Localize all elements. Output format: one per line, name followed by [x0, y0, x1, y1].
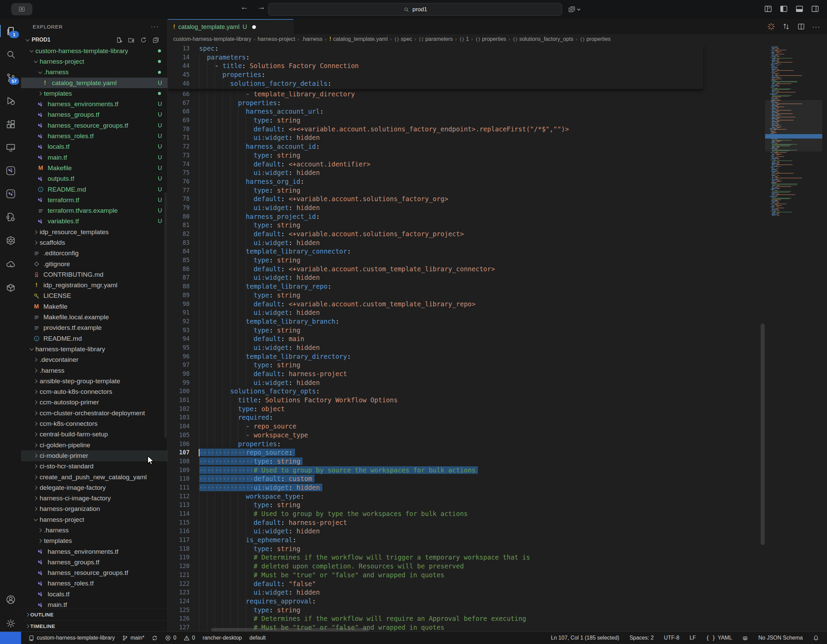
file-locals.tf[interactable]: locals.tf — [21, 589, 167, 599]
status-encoding[interactable]: UTF-8 — [664, 635, 679, 641]
folder-.harness[interactable]: .harness — [21, 67, 167, 78]
code-line-118[interactable]: 118 type: string — [168, 545, 703, 553]
status-indentation[interactable]: Spaces: 2 — [630, 635, 654, 641]
code-line-13[interactable]: 13spec: — [168, 44, 703, 53]
activitybar-makefile-tools[interactable] — [0, 209, 21, 225]
status-cursor-position[interactable]: Ln 107, Col 1 (185 selected) — [551, 635, 619, 641]
file-.gitignore[interactable]: .gitignore — [21, 259, 167, 269]
folder-central-build-farm-setup[interactable]: central-build-farm-setup — [21, 429, 167, 440]
activitybar-terraform-cloud[interactable] — [0, 186, 21, 202]
code-line-66[interactable]: 66 - template_library_directory — [168, 90, 703, 99]
code-line-44[interactable]: 44 - title: Solutions Factory Connection — [168, 62, 703, 70]
code-line-103[interactable]: 103 required: — [168, 413, 703, 422]
activitybar-terraform[interactable] — [0, 163, 21, 178]
file-outputs.tf[interactable]: outputs.tfU — [21, 174, 167, 184]
file-catalog_template.yaml[interactable]: !catalog_template.yamlU — [21, 78, 167, 88]
more-actions[interactable]: ··· — [812, 22, 820, 31]
code-line-95[interactable]: 95 ui:widget: hidden — [168, 344, 703, 352]
editor-horizontal-scrollbar[interactable] — [211, 628, 369, 631]
code-line-88[interactable]: 88 template_library_repo: — [168, 282, 703, 291]
activitybar-run-debug[interactable] — [0, 93, 21, 109]
code-line-122[interactable]: 122 default: "false" — [168, 580, 703, 589]
code-line-76[interactable]: 76 harness_org_id: — [168, 177, 703, 186]
status-sync[interactable] — [152, 635, 158, 641]
folder-ccm-autostop-primer[interactable]: ccm-autostop-primer — [21, 397, 167, 408]
folder-.harness[interactable]: .harness — [21, 365, 167, 376]
activitybar-settings[interactable] — [0, 616, 21, 631]
status-eol[interactable]: LF — [690, 635, 696, 641]
file-main.tf[interactable]: main.tfU — [21, 152, 167, 163]
status-feedback[interactable] — [742, 635, 748, 641]
code-line-90[interactable]: 90 default: <+variable.account.custom_te… — [168, 300, 703, 309]
code-line-94[interactable]: 94 default: main — [168, 335, 703, 344]
explorer-more-actions[interactable]: ··· — [151, 23, 159, 30]
new-window-button[interactable] — [568, 5, 580, 13]
file-.editorconfig[interactable]: .editorconfig — [21, 248, 167, 259]
code-line-86[interactable]: 86 default: <+variable.account.custom_te… — [168, 265, 703, 274]
file-variables.tf[interactable]: variables.tfU — [21, 216, 167, 227]
breadcrumb-item[interactable]: []parameters — [418, 36, 453, 42]
back-button[interactable]: ← — [240, 2, 248, 12]
activitybar-extensions[interactable] — [0, 116, 21, 132]
activitybar-explorer[interactable]: 1 — [0, 23, 21, 39]
minimap-slider[interactable] — [765, 100, 822, 152]
code-line-69[interactable]: 69 type: string — [168, 116, 703, 125]
dirty-indicator-icon[interactable] — [252, 25, 256, 29]
code-line-115[interactable]: 115 default: harness-project — [168, 518, 703, 527]
folder-harness-template-library[interactable]: harness-template-library — [21, 344, 167, 354]
code-line-124[interactable]: 124 requires_approval: — [168, 597, 703, 606]
code-line-104[interactable]: 104 - repo_source — [168, 422, 703, 431]
collapse-all-icon[interactable] — [152, 36, 159, 44]
code-line-85[interactable]: 85 type: string — [168, 256, 703, 265]
breadcrumb-item[interactable]: .harness — [301, 36, 322, 42]
activitybar-containers[interactable] — [0, 280, 21, 295]
folder-ansible-step-group-template[interactable]: ansible-step-group-template — [21, 376, 167, 386]
code-line-79[interactable]: 79 ui:widget: hidden — [168, 203, 703, 213]
code-line-105[interactable]: 105 - workspace_type — [168, 431, 703, 440]
breadcrumb-item[interactable]: {}spec — [394, 36, 412, 42]
refresh-icon[interactable] — [140, 36, 147, 44]
code-line-91[interactable]: 91 ui:widget: hidden — [168, 308, 703, 317]
code-line-71[interactable]: 71 ui:widget: hidden — [168, 133, 703, 142]
file-Makefile.local.example[interactable]: Makefile.local.example — [21, 312, 167, 322]
tab-catalog-template-yaml[interactable]: ! catalog_template.yaml U — [168, 19, 293, 34]
timeline-section[interactable]: TIMELINE — [21, 620, 167, 632]
code-line-126[interactable]: 126 # Determines if the workflow will re… — [168, 614, 703, 623]
activitybar-accounts[interactable] — [0, 592, 21, 607]
folder-templates[interactable]: templates — [21, 88, 167, 99]
remote-indicator[interactable] — [0, 632, 21, 644]
code-area[interactable]: 66 - template_library_directory67 proper… — [168, 44, 765, 632]
folder-harness-project[interactable]: harness-project — [21, 56, 167, 67]
file-harness_environments.tf[interactable]: harness_environments.tf — [21, 546, 167, 557]
window-pill-button[interactable] — [11, 3, 32, 15]
toggle-panel-icon[interactable] — [795, 5, 804, 13]
folder-delegate-image-factory[interactable]: delegate-image-factory — [21, 482, 167, 493]
folder-ci-sto-hcr-standard[interactable]: ci-sto-hcr-standard — [21, 461, 167, 472]
compare-changes-icon[interactable] — [782, 22, 790, 31]
file-harness_roles.tf[interactable]: harness_roles.tf — [21, 578, 167, 589]
toggle-secondary-sidebar-icon[interactable] — [811, 5, 819, 13]
code-line-72[interactable]: 72 harness_account_id: — [168, 142, 703, 151]
code-line-81[interactable]: 81 type: string — [168, 221, 703, 230]
code-line-67[interactable]: 67 properties: — [168, 99, 703, 108]
code-line-119[interactable]: 119 # Determines if the workflow will tr… — [168, 553, 703, 562]
status-errors[interactable]: 0 — [165, 635, 176, 641]
editor-vertical-scrollbar[interactable] — [761, 324, 765, 545]
code-line-83[interactable]: 83 ui:widget: hidden — [168, 239, 703, 247]
status-branch[interactable]: main* — [122, 635, 144, 641]
split-editor-icon[interactable] — [797, 22, 805, 31]
file-locals.tf[interactable]: locals.tfU — [21, 142, 167, 152]
code-line-73[interactable]: 73 type: string — [168, 151, 703, 160]
status-repo[interactable]: custom-harness-template-library — [28, 635, 115, 641]
code-line-87[interactable]: 87 ui:widget: hidden — [168, 274, 703, 282]
code-line-78[interactable]: 78 default: <+variable.account.solutions… — [168, 195, 703, 203]
code-line-120[interactable]: 120 # deleted upon completion. Resources… — [168, 562, 703, 571]
code-line-46[interactable]: 46 solutions_factory_details: — [168, 79, 703, 88]
activitybar-kubernetes[interactable] — [0, 233, 21, 249]
breadcrumb-item[interactable]: {}properties — [580, 36, 611, 42]
code-line-82[interactable]: 82 default: <+variable.account.solutions… — [168, 230, 703, 239]
code-line-117[interactable]: 117 is_ephemeral: — [168, 536, 703, 545]
code-line-77[interactable]: 77 type: string — [168, 186, 703, 195]
code-line-113[interactable]: 113 type: string — [168, 501, 703, 510]
folder-create_and_push_new_catalog_yaml[interactable]: create_and_push_new_catalog_yaml — [21, 472, 167, 482]
